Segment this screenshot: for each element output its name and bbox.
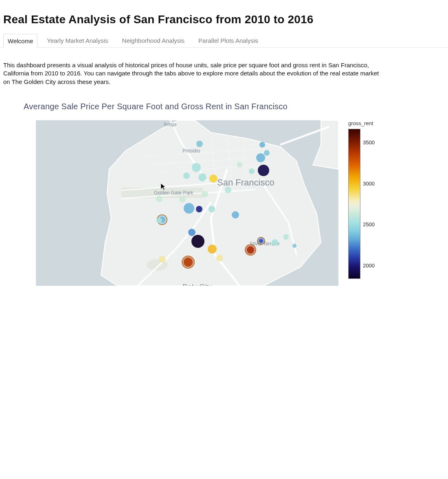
map-point[interactable] bbox=[159, 256, 165, 263]
map-point[interactable] bbox=[292, 244, 296, 248]
legend-tick: 2000 bbox=[363, 262, 375, 268]
map-point[interactable] bbox=[283, 234, 289, 240]
map-point[interactable] bbox=[249, 168, 255, 174]
tab-content-welcome: This dashboard presents a visual analysi… bbox=[0, 48, 448, 286]
tabs-bar: WelcomeYearly Market AnalysisNeighborhoo… bbox=[0, 33, 448, 48]
tab-neighborhood-analysis[interactable]: Neighborhood Analysis bbox=[118, 33, 189, 47]
map-point[interactable] bbox=[182, 256, 194, 268]
map-point[interactable] bbox=[209, 206, 215, 212]
map-point[interactable] bbox=[179, 196, 186, 203]
map-point[interactable] bbox=[198, 173, 206, 181]
map-point[interactable] bbox=[188, 229, 195, 236]
page-title: Real Estate Analysis of San Francisco fr… bbox=[0, 0, 448, 33]
map-point[interactable] bbox=[156, 218, 162, 223]
map-point[interactable] bbox=[232, 211, 239, 219]
map-point[interactable] bbox=[216, 255, 223, 261]
tab-yearly-market-analysis[interactable]: Yearly Market Analysis bbox=[42, 33, 112, 47]
map-point[interactable] bbox=[256, 153, 265, 162]
map-point[interactable] bbox=[191, 235, 204, 248]
map-point[interactable] bbox=[196, 141, 203, 147]
map-point[interactable] bbox=[259, 142, 265, 148]
tabs: WelcomeYearly Market AnalysisNeighborhoo… bbox=[3, 33, 445, 47]
map-point[interactable] bbox=[246, 245, 255, 255]
map-point[interactable] bbox=[272, 239, 278, 246]
map-point[interactable] bbox=[202, 191, 208, 197]
map-point[interactable] bbox=[156, 196, 163, 202]
map-scatter[interactable]: BridgePresidioSan FranciscoGolden Gate P… bbox=[36, 120, 338, 286]
map-point[interactable] bbox=[225, 187, 231, 193]
map-point[interactable] bbox=[196, 206, 202, 212]
map-point[interactable] bbox=[183, 172, 190, 179]
map-point[interactable] bbox=[209, 174, 217, 183]
map-point[interactable] bbox=[258, 165, 269, 176]
legend-tick: 2500 bbox=[363, 221, 375, 227]
map-point[interactable] bbox=[192, 163, 201, 172]
chart-title: Averange Sale Price Per Square Foot and … bbox=[20, 102, 445, 111]
legend-title: gross_rent bbox=[348, 120, 373, 126]
map-point[interactable] bbox=[208, 245, 217, 254]
tab-welcome[interactable]: Welcome bbox=[3, 34, 37, 48]
welcome-description: This dashboard presents a visual analysi… bbox=[3, 61, 386, 86]
tab-parallel-plots-analysis[interactable]: Parallel Plots Analysis bbox=[194, 33, 263, 47]
map-point[interactable] bbox=[237, 162, 242, 168]
legend-colorbar bbox=[348, 129, 360, 279]
color-legend: gross_rent 3500300025002000 bbox=[348, 120, 383, 279]
map-point[interactable] bbox=[184, 203, 194, 214]
map-point[interactable] bbox=[264, 150, 270, 156]
map-point[interactable] bbox=[258, 238, 264, 244]
legend-tick: 3500 bbox=[363, 139, 375, 145]
legend-tick: 3000 bbox=[363, 180, 375, 186]
